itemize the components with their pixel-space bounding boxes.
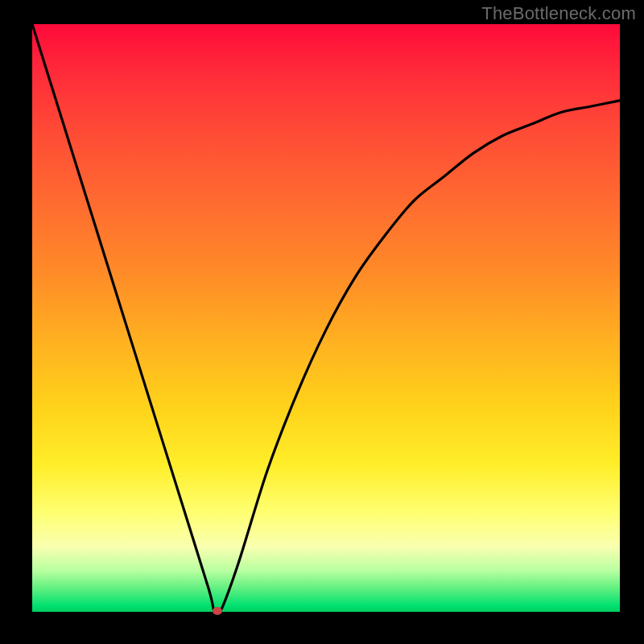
line-chart-svg [32, 24, 620, 612]
watermark-text: TheBottleneck.com [481, 3, 636, 24]
bottleneck-curve-path [32, 24, 620, 612]
plot-area [32, 24, 620, 612]
minimum-marker [213, 607, 222, 615]
chart-frame: TheBottleneck.com [0, 0, 644, 644]
